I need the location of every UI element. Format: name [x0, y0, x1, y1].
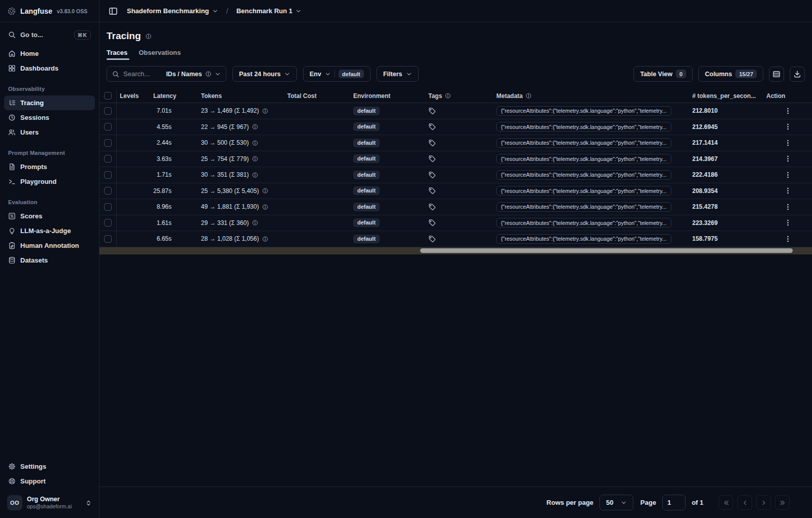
sidebar-item-scores[interactable]: Scores — [4, 209, 95, 223]
search-scope-dropdown[interactable]: IDs / Names — [166, 71, 221, 78]
info-icon[interactable] — [252, 172, 258, 178]
sidebar-item-human-annotation[interactable]: Human Annotation — [4, 238, 95, 253]
metadata-cell[interactable]: {"resourceAttributes":{"telemetry.sdk.la… — [496, 138, 671, 148]
header-tokens[interactable]: Tokens — [198, 89, 284, 103]
table-row[interactable]: 6.65s 28 → 1,028 (Σ 1,056) default {"res… — [99, 231, 812, 247]
row-actions-button[interactable] — [782, 105, 793, 116]
header-tokens-per-second[interactable]: # tokens_per_secon... — [689, 89, 760, 103]
row-actions-button[interactable] — [782, 233, 793, 244]
environment-filter-button[interactable]: Env default — [303, 66, 370, 82]
row-checkbox[interactable] — [104, 123, 112, 131]
row-actions-button[interactable] — [782, 137, 793, 148]
breadcrumb-org[interactable]: Shadeform Benchmarking — [127, 7, 218, 15]
horizontal-scrollbar[interactable] — [99, 247, 812, 254]
sidebar-item-sessions[interactable]: Sessions — [4, 110, 95, 125]
columns-button[interactable]: Columns 15/27 — [698, 66, 763, 82]
info-icon[interactable] — [252, 140, 258, 146]
info-icon[interactable] — [262, 108, 268, 114]
filters-button[interactable]: Filters — [377, 66, 419, 82]
tag-icon[interactable] — [428, 123, 436, 131]
sidebar-item-prompts[interactable]: Prompts — [4, 159, 95, 174]
tab-traces[interactable]: Traces — [107, 49, 127, 60]
row-actions-button[interactable] — [782, 121, 793, 133]
sidebar-item-users[interactable]: Users — [4, 125, 95, 140]
metadata-cell[interactable]: {"resourceAttributes":{"telemetry.sdk.la… — [496, 170, 671, 180]
table-row[interactable]: 7.01s 23 → 1,469 (Σ 1,492) default {"res… — [99, 103, 812, 119]
table-row[interactable]: 25.87s 25 → 5,380 (Σ 5,405) default {"re… — [99, 183, 812, 200]
sidebar-item-dashboards[interactable]: Dashboards — [4, 61, 95, 76]
time-range-button[interactable]: Past 24 hours — [232, 66, 297, 82]
user-menu[interactable]: OO Org Owner ops@shadeform.ai — [4, 493, 95, 513]
table-row[interactable]: 3.63s 25 → 754 (Σ 779) default {"resourc… — [99, 151, 812, 168]
table-row[interactable]: 8.96s 49 → 1,881 (Σ 1,930) default {"res… — [99, 199, 812, 215]
row-height-button[interactable] — [769, 67, 784, 82]
sidebar-item-home[interactable]: Home — [4, 46, 95, 61]
sidebar-item-settings[interactable]: Settings — [4, 459, 95, 474]
last-page-button[interactable] — [775, 495, 790, 510]
metadata-cell[interactable]: {"resourceAttributes":{"telemetry.sdk.la… — [496, 186, 671, 196]
info-icon[interactable] — [262, 204, 268, 210]
page-number-input[interactable] — [662, 495, 686, 510]
header-environment[interactable]: Environment — [350, 89, 425, 103]
tag-icon[interactable] — [428, 187, 436, 195]
table-row[interactable]: 4.55s 22 → 945 (Σ 967) default {"resourc… — [99, 119, 812, 136]
previous-page-button[interactable] — [737, 495, 752, 510]
search-input[interactable] — [123, 70, 162, 78]
breadcrumb-project[interactable]: Benchmark Run 1 — [236, 7, 302, 15]
sidebar-item-datasets[interactable]: Datasets — [4, 253, 95, 268]
tag-icon[interactable] — [428, 219, 436, 226]
sidebar-item-support[interactable]: Support — [4, 474, 95, 489]
row-checkbox[interactable] — [104, 171, 112, 179]
table-row[interactable]: 1.71s 30 → 351 (Σ 381) default {"resourc… — [99, 167, 812, 183]
header-metadata[interactable]: Metadata — [493, 89, 689, 103]
tag-icon[interactable] — [428, 139, 436, 147]
tag-icon[interactable] — [428, 107, 436, 115]
goto-search[interactable]: Go to... ⌘K — [4, 27, 95, 42]
info-icon[interactable] — [252, 155, 258, 162]
tag-icon[interactable] — [428, 155, 436, 163]
metadata-cell[interactable]: {"resourceAttributes":{"telemetry.sdk.la… — [496, 234, 671, 244]
row-checkbox[interactable] — [104, 203, 112, 211]
sidebar-item-llm-as-a-judge[interactable]: LLM-as-a-Judge — [4, 223, 95, 238]
table-view-button[interactable]: Table View 0 — [633, 66, 693, 82]
metadata-cell[interactable]: {"resourceAttributes":{"telemetry.sdk.la… — [496, 218, 671, 228]
row-actions-button[interactable] — [782, 169, 793, 180]
info-icon[interactable] — [252, 219, 258, 226]
row-checkbox[interactable] — [104, 107, 112, 115]
first-page-button[interactable] — [719, 495, 733, 510]
info-icon[interactable] — [252, 123, 258, 130]
tag-icon[interactable] — [428, 203, 436, 211]
metadata-cell[interactable]: {"resourceAttributes":{"telemetry.sdk.la… — [496, 154, 671, 164]
row-actions-button[interactable] — [782, 201, 793, 212]
row-checkbox[interactable] — [104, 155, 112, 163]
table-row[interactable]: 1.61s 29 → 331 (Σ 360) default {"resourc… — [99, 215, 812, 232]
row-actions-button[interactable] — [782, 153, 793, 165]
tag-icon[interactable] — [428, 171, 436, 179]
sidebar-item-tracing[interactable]: Tracing — [4, 95, 95, 110]
tab-observations[interactable]: Observations — [139, 49, 181, 60]
header-total-cost[interactable]: Total Cost — [284, 89, 350, 103]
info-icon[interactable] — [262, 187, 268, 194]
metadata-cell[interactable]: {"resourceAttributes":{"telemetry.sdk.la… — [496, 106, 671, 116]
row-checkbox[interactable] — [104, 219, 112, 226]
row-actions-button[interactable] — [782, 217, 793, 229]
tag-icon[interactable] — [428, 235, 436, 243]
row-checkbox[interactable] — [104, 139, 112, 147]
row-checkbox[interactable] — [104, 235, 112, 243]
next-page-button[interactable] — [756, 495, 771, 510]
row-actions-button[interactable] — [782, 185, 793, 197]
table-row[interactable]: 2.44s 30 → 500 (Σ 530) default {"resourc… — [99, 135, 812, 151]
rows-per-page-select[interactable]: 50 — [599, 495, 633, 510]
header-latency[interactable]: Latency — [150, 89, 198, 103]
metadata-cell[interactable]: {"resourceAttributes":{"telemetry.sdk.la… — [496, 202, 671, 212]
info-icon[interactable] — [262, 236, 268, 242]
horizontal-scrollbar-thumb[interactable] — [420, 248, 793, 253]
row-checkbox[interactable] — [104, 187, 112, 195]
export-button[interactable] — [790, 67, 805, 82]
header-tags[interactable]: Tags — [425, 89, 493, 103]
header-levels[interactable]: Levels — [117, 89, 150, 103]
metadata-cell[interactable]: {"resourceAttributes":{"telemetry.sdk.la… — [496, 122, 671, 132]
select-all-checkbox[interactable] — [104, 92, 112, 100]
sidebar-toggle-button[interactable] — [107, 5, 120, 18]
sidebar-item-playground[interactable]: Playground — [4, 174, 95, 189]
